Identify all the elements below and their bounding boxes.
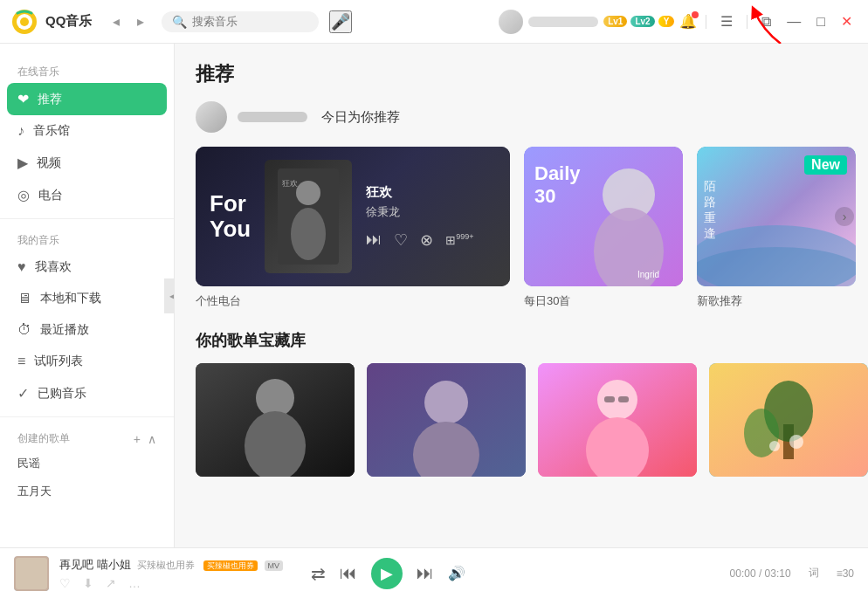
new-card-img: 陌 路 重 逢 New — [697, 147, 856, 286]
player-info: 再见吧 喵小姐 买辣椒也用券 买辣椒也用券 MV ♡ ⬇ ↗ … — [59, 557, 283, 590]
player-controls: ⇄ ⏮ ▶ ⏭ 🔊 — [311, 558, 465, 589]
check-icon: ✓ — [17, 385, 29, 402]
daily-card-img: Daily 30 Ingrid — [524, 147, 683, 286]
sidebar-item-label: 试听列表 — [34, 354, 83, 369]
playlist-thumb-1[interactable] — [196, 363, 355, 477]
svg-text:狂欢: 狂欢 — [282, 179, 298, 188]
maximize-button[interactable]: □ — [811, 12, 830, 31]
player-thumb-art — [14, 556, 49, 591]
new-card-wrapper: 陌 路 重 逢 New 新歌推荐 — [697, 147, 856, 309]
lv2-badge: Lv2 — [630, 16, 654, 27]
player-song-title: 再见吧 喵小姐 买辣椒也用券 买辣椒也用券 MV — [59, 557, 283, 573]
music-icon: ♪ — [17, 123, 24, 139]
sidebar-item-label: 电台 — [38, 188, 63, 203]
new-badge: New — [804, 155, 847, 175]
playlist-count-button[interactable]: ≡30 — [837, 567, 854, 580]
shuffle-button[interactable]: ⇄ — [311, 563, 326, 584]
player-share-icon[interactable]: ↗ — [106, 576, 116, 590]
collapse-section-button[interactable]: ∧ — [148, 432, 156, 446]
playlist-thumb-3[interactable] — [538, 363, 697, 477]
recommend-name — [238, 112, 307, 122]
sidebar-item-recent[interactable]: ⏱ 最近播放 — [0, 314, 174, 346]
playlist-item-mayday[interactable]: 五月天 — [0, 478, 174, 505]
forward-button[interactable]: ▸ — [130, 11, 151, 32]
svg-point-36 — [789, 435, 803, 449]
player-thumbnail — [14, 556, 49, 591]
next-button[interactable]: ⏭ — [417, 563, 434, 583]
sidebar-collapse-button[interactable]: ◂ — [164, 278, 175, 313]
search-bar: 🔍 — [162, 11, 319, 32]
playlist-thumb-4[interactable] — [709, 363, 868, 477]
close-button[interactable]: ✕ — [836, 11, 858, 31]
lyrics-button[interactable]: 词 — [809, 566, 819, 581]
search-input[interactable] — [192, 15, 306, 28]
level-badges: Lv1 Lv2 Y — [603, 16, 674, 27]
player-download-icon[interactable]: ⬇ — [83, 576, 93, 590]
username-placeholder — [528, 17, 598, 27]
my-section-title: 我的音乐 — [0, 226, 174, 251]
play-pause-button[interactable]: ▶ — [371, 558, 403, 589]
online-section-title: 在线音乐 — [0, 58, 174, 83]
personal-radio-label: 个性电台 — [196, 293, 510, 309]
list-icon: ≡ — [17, 354, 25, 369]
sidebar-item-recommend[interactable]: ❤ 推荐 — [7, 83, 167, 115]
svg-rect-29 — [604, 396, 615, 402]
main-area: 在线音乐 ❤ 推荐 ♪ 音乐馆 ▶ 视频 ◎ 电台 我的音乐 ♥ 我喜欢 🖥 本… — [0, 44, 868, 547]
player-more-icon[interactable]: … — [128, 576, 141, 590]
svg-text:30: 30 — [534, 185, 555, 207]
avatar[interactable] — [499, 10, 523, 34]
sidebar-item-radio[interactable]: ◎ 电台 — [0, 179, 174, 211]
svg-point-35 — [769, 441, 780, 451]
daily-label: 每日30首 — [524, 293, 683, 309]
logo-icon — [10, 8, 38, 36]
next-track-button[interactable]: ⏭ — [366, 230, 382, 249]
sidebar-divider-1 — [0, 218, 174, 219]
share-button[interactable]: ⊞999+ — [445, 232, 473, 247]
playlist-item-minyao[interactable]: 民谣 — [0, 450, 174, 478]
video-icon: ▶ — [17, 155, 28, 171]
like-button[interactable]: ♡ — [394, 230, 408, 250]
sidebar-item-favorites[interactable]: ♥ 我喜欢 — [0, 251, 174, 283]
playlist-visual-1 — [196, 363, 355, 477]
svg-rect-38 — [16, 558, 47, 589]
playlist-grid — [196, 363, 847, 477]
album-inner: 狂欢 — [265, 160, 352, 273]
cards-row: ForYou 狂欢 — [196, 147, 847, 309]
svg-point-5 — [291, 208, 326, 260]
song-controls: ⏭ ♡ ⊗ ⊞999+ — [366, 230, 496, 250]
sidebar-item-purchased[interactable]: ✓ 已购音乐 — [0, 377, 174, 409]
player-artist-inline: 买辣椒也用券 — [137, 560, 195, 570]
player-time: 00:00 / 03:10 — [730, 567, 791, 580]
playlist-thumb-2[interactable] — [367, 363, 526, 477]
minimize-button[interactable]: — — [782, 12, 806, 31]
back-button[interactable]: ◂ — [106, 11, 127, 32]
cards-next-button[interactable]: › — [835, 207, 854, 226]
notification-icon[interactable]: 🔔 — [679, 13, 697, 30]
for-you-card-wrapper: ForYou 狂欢 — [196, 147, 510, 309]
volume-button[interactable]: 🔊 — [448, 565, 465, 581]
mic-button[interactable]: 🎤 — [329, 10, 352, 33]
player-bar: 再见吧 喵小姐 买辣椒也用券 买辣椒也用券 MV ♡ ⬇ ↗ … ⇄ ⏮ ▶ ⏭… — [0, 547, 868, 598]
recommend-label: 今日为你推荐 — [321, 109, 400, 126]
sidebar-item-label: 本地和下载 — [40, 291, 101, 306]
pip-button[interactable]: ⧉ — [756, 12, 776, 31]
sidebar-item-label: 已购音乐 — [38, 386, 86, 402]
prev-button[interactable]: ⏮ — [340, 563, 357, 583]
sidebar-item-video[interactable]: ▶ 视频 — [0, 147, 174, 179]
daily-card[interactable]: Daily 30 Ingrid 每日30首 — [524, 147, 683, 309]
content-area: 推荐 今日为你推荐 ForYou — [175, 44, 868, 547]
dislike-button[interactable]: ⊗ — [420, 230, 433, 250]
player-heart-icon[interactable]: ♡ — [59, 576, 71, 590]
app-title: QQ音乐 — [45, 13, 92, 30]
svg-text:陌: 陌 — [704, 179, 716, 193]
sidebar-item-music-hall[interactable]: ♪ 音乐馆 — [0, 115, 174, 147]
sidebar-item-local[interactable]: 🖥 本地和下载 — [0, 283, 174, 314]
menu-button[interactable]: ☰ — [715, 11, 738, 31]
add-playlist-button[interactable]: + — [134, 432, 141, 446]
playlist-visual-4 — [709, 363, 868, 477]
for-you-card[interactable]: ForYou 狂欢 — [196, 147, 510, 286]
sidebar-item-trial[interactable]: ≡ 试听列表 — [0, 346, 174, 377]
new-card[interactable]: 陌 路 重 逢 New 新歌推荐 — [697, 147, 856, 309]
song-artist: 徐秉龙 — [366, 204, 496, 220]
section-actions: + ∧ — [134, 432, 156, 446]
